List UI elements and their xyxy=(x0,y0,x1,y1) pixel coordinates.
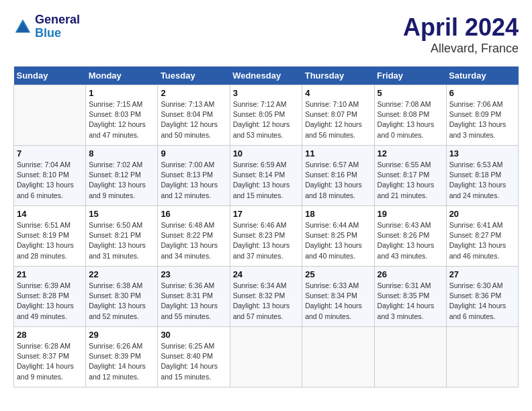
calendar-week-3: 14Sunrise: 6:51 AMSunset: 8:19 PMDayligh… xyxy=(14,206,519,267)
calendar-cell: 17Sunrise: 6:46 AMSunset: 8:23 PMDayligh… xyxy=(230,206,302,267)
sunrise-text: Sunrise: 7:08 AM xyxy=(378,100,431,108)
day-detail: Sunrise: 6:48 AMSunset: 8:22 PMDaylight:… xyxy=(161,220,226,261)
calendar-cell: 13Sunrise: 6:53 AMSunset: 8:18 PMDayligh… xyxy=(446,146,518,206)
calendar-table: SundayMondayTuesdayWednesdayThursdayFrid… xyxy=(13,66,519,387)
calendar-cell: 12Sunrise: 6:55 AMSunset: 8:17 PMDayligh… xyxy=(374,146,446,206)
sunrise-text: Sunrise: 6:39 AM xyxy=(17,281,71,289)
day-number: 22 xyxy=(89,269,154,279)
weekday-header-thursday: Thursday xyxy=(302,66,374,85)
daylight-text: Daylight: 13 hours and 57 minutes. xyxy=(233,302,290,320)
calendar-cell: 21Sunrise: 6:39 AMSunset: 8:28 PMDayligh… xyxy=(14,267,86,327)
sunset-text: Sunset: 8:04 PM xyxy=(161,110,213,118)
day-number: 17 xyxy=(233,209,300,219)
day-number: 19 xyxy=(378,209,443,219)
sunrise-text: Sunrise: 6:34 AM xyxy=(233,281,287,289)
day-number: 7 xyxy=(17,148,83,158)
day-detail: Sunrise: 6:38 AMSunset: 8:30 PMDaylight:… xyxy=(89,281,154,322)
weekday-header-wednesday: Wednesday xyxy=(230,66,302,85)
calendar-cell: 7Sunrise: 7:04 AMSunset: 8:10 PMDaylight… xyxy=(14,146,86,206)
sunrise-text: Sunrise: 6:33 AM xyxy=(305,281,359,289)
sunrise-text: Sunrise: 6:43 AM xyxy=(378,221,431,229)
calendar-cell: 18Sunrise: 6:44 AMSunset: 8:25 PMDayligh… xyxy=(302,206,374,267)
calendar-cell: 3Sunrise: 7:12 AMSunset: 8:05 PMDaylight… xyxy=(230,85,302,146)
calendar-cell: 15Sunrise: 6:50 AMSunset: 8:21 PMDayligh… xyxy=(86,206,158,267)
day-detail: Sunrise: 6:51 AMSunset: 8:19 PMDaylight:… xyxy=(17,220,83,261)
sunset-text: Sunset: 8:40 PM xyxy=(161,352,213,360)
daylight-text: Daylight: 13 hours and 40 minutes. xyxy=(305,241,362,259)
sunrise-text: Sunrise: 6:41 AM xyxy=(449,221,503,229)
calendar-week-5: 28Sunrise: 6:28 AMSunset: 8:37 PMDayligh… xyxy=(14,327,519,387)
sunrise-text: Sunrise: 7:15 AM xyxy=(89,100,142,108)
calendar-cell xyxy=(374,327,446,387)
day-detail: Sunrise: 6:31 AMSunset: 8:35 PMDaylight:… xyxy=(378,281,443,322)
sunrise-text: Sunrise: 6:51 AM xyxy=(17,221,71,229)
day-detail: Sunrise: 6:28 AMSunset: 8:37 PMDaylight:… xyxy=(17,341,83,382)
calendar-cell: 5Sunrise: 7:08 AMSunset: 8:08 PMDaylight… xyxy=(374,85,446,146)
day-number: 15 xyxy=(89,209,154,219)
daylight-text: Daylight: 14 hours and 0 minutes. xyxy=(305,302,362,320)
daylight-text: Daylight: 13 hours and 18 minutes. xyxy=(305,181,362,199)
calendar-cell xyxy=(446,327,518,387)
sunset-text: Sunset: 8:07 PM xyxy=(305,110,357,118)
day-detail: Sunrise: 6:44 AMSunset: 8:25 PMDaylight:… xyxy=(305,220,371,261)
calendar-cell: 2Sunrise: 7:13 AMSunset: 8:04 PMDaylight… xyxy=(158,85,230,146)
day-number: 9 xyxy=(161,148,226,158)
day-number: 29 xyxy=(89,330,154,340)
sunset-text: Sunset: 8:32 PM xyxy=(233,291,285,300)
sunset-text: Sunset: 8:22 PM xyxy=(161,231,213,239)
daylight-text: Daylight: 12 hours and 50 minutes. xyxy=(161,120,218,138)
calendar-cell: 11Sunrise: 6:57 AMSunset: 8:16 PMDayligh… xyxy=(302,146,374,206)
daylight-text: Daylight: 13 hours and 55 minutes. xyxy=(161,302,218,320)
sunset-text: Sunset: 8:30 PM xyxy=(89,291,141,300)
daylight-text: Daylight: 13 hours and 46 minutes. xyxy=(449,241,506,259)
day-number: 27 xyxy=(449,269,515,279)
sunrise-text: Sunrise: 6:31 AM xyxy=(378,281,431,289)
day-number: 25 xyxy=(305,269,371,279)
sunrise-text: Sunrise: 6:46 AM xyxy=(233,221,287,229)
day-number: 20 xyxy=(449,209,515,219)
sunrise-text: Sunrise: 7:02 AM xyxy=(89,161,142,169)
logo-line1: General xyxy=(35,13,80,27)
calendar-cell xyxy=(14,85,86,146)
sunrise-text: Sunrise: 7:04 AM xyxy=(17,161,71,169)
daylight-text: Daylight: 14 hours and 12 minutes. xyxy=(89,362,146,380)
daylight-text: Daylight: 12 hours and 56 minutes. xyxy=(305,120,362,138)
day-detail: Sunrise: 6:43 AMSunset: 8:26 PMDaylight:… xyxy=(378,220,443,261)
sunrise-text: Sunrise: 6:38 AM xyxy=(89,281,142,289)
day-detail: Sunrise: 7:13 AMSunset: 8:04 PMDaylight:… xyxy=(161,99,226,140)
daylight-text: Daylight: 13 hours and 52 minutes. xyxy=(89,302,146,320)
daylight-text: Daylight: 13 hours and 43 minutes. xyxy=(378,241,435,259)
daylight-text: Daylight: 13 hours and 12 minutes. xyxy=(161,181,218,199)
day-number: 12 xyxy=(378,148,443,158)
calendar-cell: 25Sunrise: 6:33 AMSunset: 8:34 PMDayligh… xyxy=(302,267,374,327)
daylight-text: Daylight: 12 hours and 47 minutes. xyxy=(89,120,146,138)
weekday-header-monday: Monday xyxy=(86,66,158,85)
day-detail: Sunrise: 7:15 AMSunset: 8:03 PMDaylight:… xyxy=(89,99,154,140)
calendar-week-4: 21Sunrise: 6:39 AMSunset: 8:28 PMDayligh… xyxy=(14,267,519,327)
weekday-header-saturday: Saturday xyxy=(446,66,518,85)
sunrise-text: Sunrise: 7:13 AM xyxy=(161,100,214,108)
calendar-title: April 2024 xyxy=(403,13,519,42)
day-detail: Sunrise: 6:57 AMSunset: 8:16 PMDaylight:… xyxy=(305,160,371,201)
logo-text: General Blue xyxy=(35,13,80,40)
sunrise-text: Sunrise: 6:53 AM xyxy=(449,161,503,169)
day-number: 24 xyxy=(233,269,300,279)
daylight-text: Daylight: 14 hours and 6 minutes. xyxy=(449,302,506,320)
day-detail: Sunrise: 6:36 AMSunset: 8:31 PMDaylight:… xyxy=(161,281,226,322)
day-number: 2 xyxy=(161,88,226,98)
daylight-text: Daylight: 13 hours and 6 minutes. xyxy=(17,181,74,199)
sunset-text: Sunset: 8:34 PM xyxy=(305,291,357,300)
sunset-text: Sunset: 8:26 PM xyxy=(378,231,430,239)
day-number: 8 xyxy=(89,148,154,158)
day-detail: Sunrise: 6:41 AMSunset: 8:27 PMDaylight:… xyxy=(449,220,515,261)
sunrise-text: Sunrise: 6:59 AM xyxy=(233,161,287,169)
day-number: 5 xyxy=(378,88,443,98)
title-block: April 2024 Allevard, France xyxy=(403,13,519,56)
sunset-text: Sunset: 8:12 PM xyxy=(89,171,141,179)
daylight-text: Daylight: 13 hours and 0 minutes. xyxy=(378,120,435,138)
day-detail: Sunrise: 7:08 AMSunset: 8:08 PMDaylight:… xyxy=(378,99,443,140)
sunset-text: Sunset: 8:14 PM xyxy=(233,171,285,179)
calendar-cell: 29Sunrise: 6:26 AMSunset: 8:39 PMDayligh… xyxy=(86,327,158,387)
day-detail: Sunrise: 6:59 AMSunset: 8:14 PMDaylight:… xyxy=(233,160,300,201)
day-number: 11 xyxy=(305,148,371,158)
